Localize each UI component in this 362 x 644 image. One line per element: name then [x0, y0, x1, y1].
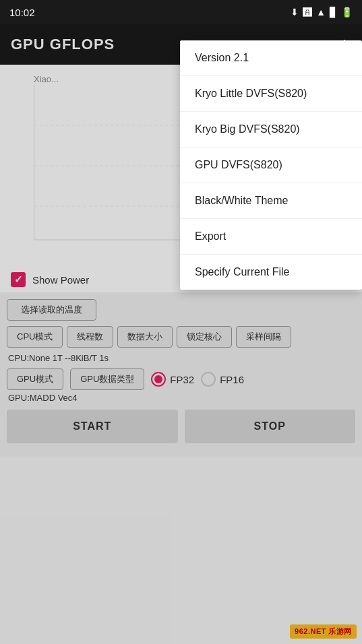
dropdown-item-kryo-big[interactable]: Kryo Big DVFS(S820)	[180, 112, 362, 148]
dropdown-item-kryo-little[interactable]: Kryo Little DVFS(S820)	[180, 76, 362, 112]
status-time: 10:02	[9, 7, 35, 18]
dropdown-item-theme[interactable]: Black/White Theme	[180, 183, 362, 219]
dropdown-menu: Version 2.1 Kryo Little DVFS(S820) Kryo …	[180, 40, 362, 290]
dropdown-item-export[interactable]: Export	[180, 219, 362, 255]
download-icon: ⬇	[291, 7, 299, 18]
status-icons: ⬇ 🅰 ▲ ▊ 🔋	[291, 7, 353, 18]
battery-icon: 🔋	[341, 7, 353, 18]
dropdown-item-specify-file[interactable]: Specify Current File	[180, 255, 362, 290]
dropdown-overlay: Version 2.1 Kryo Little DVFS(S820) Kryo …	[0, 24, 362, 644]
signal-icon: ▊	[330, 7, 337, 18]
wifi-icon: ▲	[316, 7, 326, 18]
dropdown-item-version[interactable]: Version 2.1	[180, 40, 362, 76]
sim-icon: 🅰	[303, 7, 312, 18]
status-bar: 10:02 ⬇ 🅰 ▲ ▊ 🔋	[0, 0, 362, 24]
dropdown-item-gpu-dvfs[interactable]: GPU DVFS(S820)	[180, 148, 362, 183]
